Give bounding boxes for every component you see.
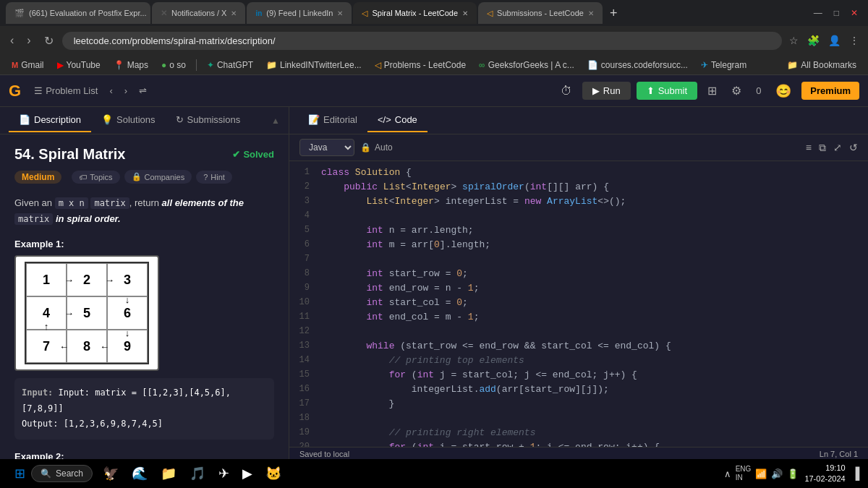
bookmark-codeforces[interactable]: 📄 courses.codeforsucc... [582,59,694,72]
telegram-icon: ✈ [701,60,708,70]
code-editor[interactable]: 1 class Solution { 2 public List<Integer… [289,161,868,447]
bookmark-all[interactable]: 📁 All Bookmarks [781,59,862,72]
auto-toggle[interactable]: 🔒 Auto [360,142,393,153]
tab-5-close[interactable]: ✕ [588,9,594,17]
bookmark-chatgpt[interactable]: ✦ ChatGPT [201,59,259,72]
taskbar-app-7[interactable]: 🐱 [261,463,286,484]
premium-button[interactable]: Premium [801,82,859,100]
submit-button[interactable]: ⬆ Submit [637,82,697,100]
code-line-17: 17 } [289,398,868,413]
back-button[interactable]: ‹ [6,31,18,50]
bookmark-linkedin[interactable]: 📁 LinkedINTwitterLee... [260,59,367,72]
show-desktop-button[interactable]: ▐ [851,467,859,480]
tab-solutions[interactable]: 💡 Solutions [91,108,165,132]
user-avatar[interactable]: 😊 [771,80,796,102]
bookmark-maps[interactable]: 📍 Maps [108,59,154,72]
tab-editorial[interactable]: 📝 Editorial [298,108,367,132]
score-display: 0 [752,82,765,99]
grid-view-button[interactable]: ⊞ [703,81,721,100]
timer-button[interactable]: ⏱ [556,82,576,100]
taskbar-app-2[interactable]: 🌊 [127,463,152,484]
tag-companies[interactable]: 🔒 Companies [124,170,192,184]
battery-icon[interactable]: 🔋 [787,468,799,479]
arrow-6-down: ↓ [125,328,130,338]
bookmark-gmail-label: Gmail [21,60,43,70]
tab-5[interactable]: ◁ Submissions - LeetCode ✕ [478,2,603,24]
tag-hint[interactable]: ? Hint [196,171,232,184]
linkedin-icon: 📁 [266,60,277,70]
volume-icon[interactable]: 🔊 [771,468,783,479]
tab-description[interactable]: 📄 Description [9,108,91,132]
start-button[interactable]: ⊞ [9,463,31,484]
address-bar[interactable] [62,32,782,50]
nav-actions: ☆ 🧩 👤 ⋮ [786,32,862,49]
taskbar-app-1[interactable]: 🦅 [98,463,123,484]
bookmark-all-label: All Bookmarks [801,60,856,70]
format-button[interactable]: ≡ [806,142,812,154]
menu-button[interactable]: ⋮ [846,32,862,49]
line-content-8: int start_row = 0; [318,268,868,283]
tab-submissions[interactable]: ↻ Submissions [166,108,251,132]
settings-button[interactable]: ⚙ [727,81,746,100]
system-tray-arrow[interactable]: ∧ [724,468,731,479]
taskbar-app-4[interactable]: 🎵 [185,463,210,484]
tag-topics[interactable]: 🏷 Topics [72,171,119,184]
problem-title: 54. Spiral Matrix [14,146,125,163]
lc-right-panel: 📝 Editorial </> Code Java Python C++ 🔒 A… [289,107,868,488]
bookmark-leetcode[interactable]: ◁ Problems - LeetCode [369,59,472,72]
browser-chrome: 🎬 (661) Evaluation of Postfix Expr... ✕ … [0,0,868,75]
tab-3-close[interactable]: ✕ [337,9,343,17]
scroll-up-icon[interactable]: ▲ [271,116,280,126]
problem-list-button[interactable]: ☰ Problem List [30,82,102,99]
input-label: Input: [22,388,59,398]
reload-button[interactable]: ↻ [40,31,58,51]
new-tab-button[interactable]: + [604,6,624,21]
taskbar-search[interactable]: 🔍 Search [31,465,93,482]
bookmark-youtube[interactable]: ▶ YouTube [51,59,106,72]
line-num-18: 18 [289,413,318,427]
expand-button[interactable]: ⤢ [833,142,842,154]
code-line-20: 20 for (int i = start_row + 1; i <= end_… [289,442,868,447]
taskbar-app-5[interactable]: ✈ [214,463,234,484]
tab-4[interactable]: ◁ Spiral Matrix - LeetCode ✕ [353,2,477,24]
forward-button[interactable]: › [22,31,35,50]
tab-5-icon: ◁ [487,9,493,18]
bookmark-gmail[interactable]: M Gmail [6,59,50,72]
close-button[interactable]: ✕ [846,5,862,21]
taskbar-app-6[interactable]: ▶ [238,463,257,484]
tab-3[interactable]: in (9) Feed | LinkedIn ✕ [247,2,352,24]
bookmark-gfg[interactable]: ∞ GeeksforGeeks | A c... [473,59,580,72]
bookmark-telegram[interactable]: ✈ Telegram [695,59,752,72]
bookmark-button[interactable]: ☆ [786,32,801,49]
wifi-icon[interactable]: 📶 [755,468,767,479]
profile-button[interactable]: 👤 [825,32,843,49]
oso-icon: ● [161,60,166,70]
taskbar: ⊞ 🔍 Search 🦅 🌊 📁 🎵 ✈ ▶ 🐱 ∧ ENGIN 📶 🔊 🔋 1… [0,459,868,488]
tab-code-label: Code [395,114,417,125]
tab-4-close[interactable]: ✕ [462,9,468,17]
run-button[interactable]: ▶ Run [582,82,631,100]
language-select[interactable]: Java Python C++ [299,139,354,156]
maximize-button[interactable]: □ [830,5,843,21]
extension-button[interactable]: 🧩 [804,32,822,49]
line-content-19: // printing right elements [318,427,868,442]
nav-prev-button[interactable]: ‹ [105,82,116,99]
tab-code[interactable]: </> Code [367,108,427,132]
tab-2[interactable]: ✕ Notifications / X ✕ [152,2,245,24]
taskbar-app-3[interactable]: 📁 [156,463,181,484]
taskbar-clock[interactable]: 19:10 17-02-2024 [804,463,845,485]
language-indicator: ENGIN [736,465,752,482]
nav-next-button[interactable]: › [120,82,132,99]
check-solved-icon: ✔ [232,149,240,160]
shuffle-button[interactable]: ⇌ [135,82,151,99]
minimize-button[interactable]: — [809,5,827,21]
line-content-10: int start_col = 0; [318,297,868,312]
bookmark-oso[interactable]: ● o so [156,59,192,72]
problem-description: Given an m x n matrix, return all elemen… [14,195,274,227]
tab-1[interactable]: 🎬 (661) Evaluation of Postfix Expr... ✕ [6,2,150,24]
code-line-16: 16 integerList.add(arr[start_row][j]); [289,384,868,398]
copy-button[interactable]: ⧉ [819,142,826,154]
codeforces-icon: 📄 [587,60,598,70]
tab-2-close[interactable]: ✕ [231,9,237,17]
settings-code-button[interactable]: ↺ [849,142,858,154]
